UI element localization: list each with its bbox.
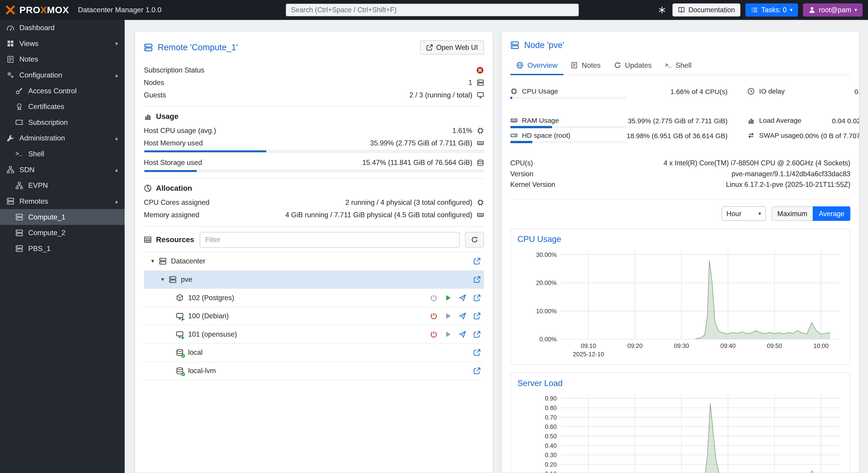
external-link-icon[interactable] bbox=[473, 258, 481, 265]
sidebar-item-shell[interactable]: >_ Shell bbox=[0, 146, 125, 162]
timeframe-select[interactable]: Hour ▾ bbox=[722, 207, 766, 221]
maximum-button[interactable]: Maximum bbox=[771, 207, 813, 221]
svg-text:10:00: 10:00 bbox=[813, 343, 829, 350]
hd-space-stat: HD space (root) 18.98% (6.951 GB of 36.6… bbox=[510, 132, 728, 147]
external-link-icon[interactable] bbox=[473, 349, 481, 356]
svg-text:09:10: 09:10 bbox=[581, 343, 596, 350]
documentation-button[interactable]: Documentation bbox=[673, 3, 740, 17]
server-icon bbox=[16, 245, 23, 252]
refresh-icon bbox=[614, 62, 621, 69]
nodes-row: Nodes 1 bbox=[144, 77, 484, 88]
memory-icon bbox=[477, 139, 484, 147]
hd-space-progress bbox=[510, 141, 627, 143]
asterisk-icon[interactable] bbox=[658, 6, 666, 14]
proxmox-logo-icon bbox=[5, 5, 16, 15]
resources-tree: ▼ Datacenter ▼ pve 102 (Postgres) bbox=[144, 252, 484, 380]
host-storage-progress bbox=[144, 170, 484, 172]
average-button[interactable]: Average bbox=[813, 207, 850, 221]
cpu-icon bbox=[477, 199, 484, 206]
ok-badge-icon bbox=[181, 372, 185, 377]
chevron-up-icon: ▴ bbox=[115, 198, 118, 204]
start-icon[interactable] bbox=[445, 294, 452, 302]
tab-updates[interactable]: Updates bbox=[608, 57, 658, 75]
storage-icon bbox=[477, 159, 484, 166]
migrate-icon[interactable] bbox=[459, 312, 466, 320]
terminal-icon: >_ bbox=[665, 62, 672, 68]
shutdown-icon[interactable] bbox=[430, 294, 437, 302]
svg-text:0.90: 0.90 bbox=[545, 395, 557, 402]
tree-row-guest-100[interactable]: 100 (Debian) bbox=[144, 307, 484, 325]
sidebar-item-subscription[interactable]: Subscription bbox=[0, 115, 125, 130]
external-link-icon[interactable] bbox=[473, 312, 481, 320]
shutdown-icon[interactable] bbox=[430, 331, 437, 338]
tree-row-guest-101[interactable]: 101 (opensuse) bbox=[144, 325, 484, 344]
migrate-icon[interactable] bbox=[459, 294, 466, 302]
migrate-icon[interactable] bbox=[459, 331, 466, 338]
refresh-button[interactable] bbox=[465, 232, 484, 247]
proxmox-logo-text: PROXMOX bbox=[19, 4, 69, 15]
svg-text:09:30: 09:30 bbox=[674, 343, 689, 350]
subscription-status-row: Subscription Status bbox=[144, 65, 484, 76]
user-menu-button[interactable]: root@pam ▾ bbox=[803, 3, 863, 17]
tree-row-datacenter[interactable]: ▼ Datacenter bbox=[144, 252, 484, 271]
bar-chart-icon bbox=[144, 113, 152, 120]
sidebar-item-access-control[interactable]: Access Control bbox=[0, 83, 125, 99]
svg-text:0.30: 0.30 bbox=[545, 452, 557, 459]
sidebar-item-compute-1[interactable]: Compute_1 bbox=[0, 209, 125, 225]
sidebar-item-compute-2[interactable]: Compute_2 bbox=[0, 225, 125, 241]
chevron-down-icon: ▾ bbox=[758, 211, 761, 216]
ram-usage-progress bbox=[510, 126, 627, 128]
top-bar: PROXMOX Datacenter Manager 1.0.0 Documen… bbox=[0, 0, 868, 20]
tree-row-storage-local-lvm[interactable]: local-lvm bbox=[144, 362, 484, 380]
sidebar-item-notes[interactable]: Notes bbox=[0, 52, 125, 67]
tree-row-storage-local[interactable]: local bbox=[144, 344, 484, 362]
gears-icon bbox=[7, 71, 14, 79]
expander-icon[interactable]: ▼ bbox=[149, 258, 156, 264]
terminal-icon: >_ bbox=[16, 151, 23, 157]
sidebar-item-administration[interactable]: Administration ▴ bbox=[0, 130, 125, 146]
search-input[interactable] bbox=[285, 3, 579, 17]
tasks-button[interactable]: Tasks: 0 ▾ bbox=[745, 3, 798, 17]
tab-shell[interactable]: >_ Shell bbox=[659, 57, 698, 75]
sidebar-item-pbs-1[interactable]: PBS_1 bbox=[0, 241, 125, 256]
cpu-usage-chart-card: CPU Usage 0.00%10.00%20.00%30.00%09:1009… bbox=[510, 228, 850, 365]
sidebar-item-dashboard[interactable]: Dashboard bbox=[0, 20, 125, 36]
external-link-icon[interactable] bbox=[473, 331, 481, 338]
tree-row-guest-102[interactable]: 102 (Postgres) bbox=[144, 289, 484, 307]
tab-notes[interactable]: Notes bbox=[564, 57, 607, 75]
sidebar-item-sdn[interactable]: SDN ▴ bbox=[0, 162, 125, 178]
sidebar-item-configuration[interactable]: Configuration ▴ bbox=[0, 67, 125, 83]
external-link-icon[interactable] bbox=[473, 276, 481, 283]
sidebar-item-evpn[interactable]: EVPN bbox=[0, 178, 125, 193]
tree-row-pve[interactable]: ▼ pve bbox=[144, 271, 484, 289]
sidebar-item-remotes[interactable]: Remotes ▴ bbox=[0, 193, 125, 209]
global-search bbox=[285, 3, 579, 17]
server-icon bbox=[16, 213, 23, 221]
server-load-chart-title: Server Load bbox=[518, 379, 843, 388]
svg-text:0.60: 0.60 bbox=[545, 423, 557, 430]
svg-text:09:40: 09:40 bbox=[720, 343, 736, 350]
open-web-ui-button[interactable]: Open Web UI bbox=[420, 40, 484, 55]
chevron-down-icon: ▾ bbox=[790, 7, 793, 12]
key-icon bbox=[16, 87, 23, 95]
sidebar-item-certificates[interactable]: Certificates bbox=[0, 99, 125, 115]
certificate-icon bbox=[16, 103, 23, 111]
sidebar-item-views[interactable]: Views ▾ bbox=[0, 36, 125, 52]
external-link-icon[interactable] bbox=[473, 294, 481, 302]
shutdown-icon[interactable] bbox=[430, 312, 437, 320]
svg-text:0.20: 0.20 bbox=[545, 461, 557, 468]
clock-icon bbox=[747, 88, 755, 95]
start-icon[interactable] bbox=[445, 331, 452, 338]
monitor-icon bbox=[477, 92, 484, 99]
host-memory-row: Host Memory used 35.99% (2.775 GiB of 7.… bbox=[144, 137, 484, 149]
pie-chart-icon bbox=[144, 184, 152, 192]
proxmox-logo[interactable]: PROXMOX bbox=[5, 4, 69, 15]
refresh-icon bbox=[471, 236, 478, 243]
bar-chart-icon bbox=[747, 117, 755, 124]
tab-overview[interactable]: Overview bbox=[510, 57, 564, 75]
sidebar: Dashboard Views ▾ Notes Configuration ▴ … bbox=[0, 20, 125, 473]
expander-icon[interactable]: ▼ bbox=[159, 277, 166, 282]
resources-filter-input[interactable] bbox=[200, 232, 459, 247]
external-link-icon[interactable] bbox=[473, 367, 481, 375]
start-icon[interactable] bbox=[445, 312, 452, 320]
